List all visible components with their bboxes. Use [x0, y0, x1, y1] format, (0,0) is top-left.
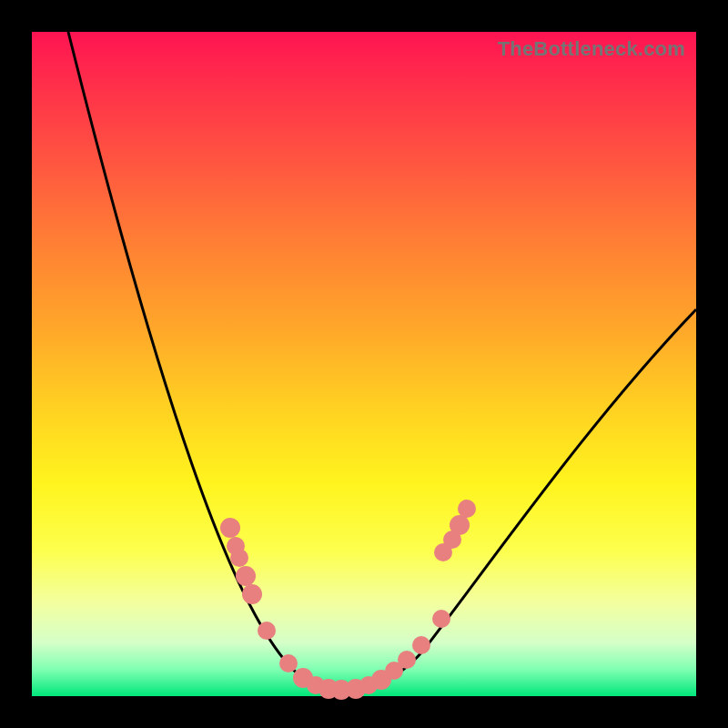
data-point [450, 515, 470, 535]
data-point [432, 610, 450, 628]
data-point [220, 518, 240, 538]
plot-area: TheBottleneck.com [32, 32, 696, 696]
data-point [458, 500, 476, 518]
outer-frame: TheBottleneck.com [0, 0, 728, 728]
data-point [242, 584, 262, 604]
chart-svg [32, 32, 696, 696]
data-point [279, 654, 298, 672]
data-point [258, 622, 276, 640]
data-point [398, 651, 416, 669]
points-group [220, 500, 476, 700]
data-point [236, 566, 256, 586]
data-point [412, 636, 430, 654]
data-point [230, 549, 248, 567]
curve-path [68, 32, 696, 691]
curve-group [68, 32, 696, 691]
